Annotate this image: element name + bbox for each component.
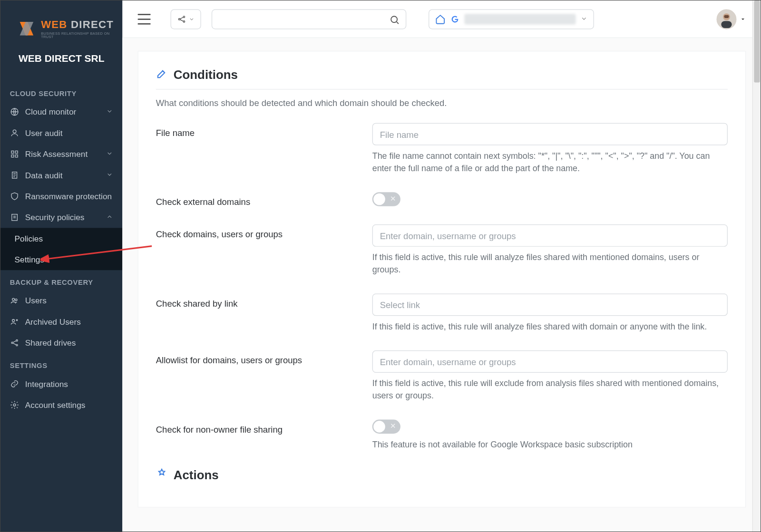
clipboard-icon bbox=[10, 171, 20, 180]
google-icon bbox=[450, 14, 460, 24]
shield-icon bbox=[10, 192, 20, 201]
sidebar-section-settings: SETTINGS bbox=[0, 353, 122, 373]
svg-rect-24 bbox=[724, 15, 729, 18]
context-account-name-redacted bbox=[464, 14, 576, 24]
check-domains-input[interactable] bbox=[372, 224, 728, 247]
brand-wordmark: WEB DIRECT bbox=[41, 19, 117, 31]
check-shared-link-select[interactable] bbox=[372, 294, 728, 316]
check-shared-link-help: If this field is active, this rule will … bbox=[372, 320, 728, 333]
chevron-up-icon bbox=[106, 213, 113, 222]
svg-rect-6 bbox=[11, 155, 14, 157]
non-owner-sharing-label: Check for non-owner file sharing bbox=[156, 420, 358, 435]
user-menu[interactable] bbox=[716, 9, 746, 29]
sidebar-item-integrations[interactable]: Integrations bbox=[0, 373, 122, 394]
sidebar-subitem-settings[interactable]: Settings bbox=[0, 249, 122, 270]
globe-icon bbox=[10, 107, 20, 116]
chevron-down-icon bbox=[106, 107, 113, 116]
content-scroll-area[interactable]: Conditions What conditions should be det… bbox=[122, 38, 761, 532]
sidebar-item-label: User audit bbox=[25, 128, 63, 138]
check-external-domains-toggle[interactable]: ✕ bbox=[372, 192, 400, 206]
svg-point-3 bbox=[13, 130, 16, 133]
svg-rect-4 bbox=[11, 151, 14, 153]
sidebar-subitem-policies[interactable]: Policies bbox=[0, 228, 122, 249]
check-domains-help: If this field is active, this rule will … bbox=[372, 251, 728, 276]
scrollbar-thumb[interactable] bbox=[754, 0, 760, 83]
topbar bbox=[122, 0, 761, 38]
check-shared-link-label: Check shared by link bbox=[156, 294, 358, 309]
chevron-down-icon bbox=[580, 14, 587, 24]
allowlist-help: If this field is active, this rule will … bbox=[372, 377, 728, 402]
allowlist-label: Allowlist for domains, users or groups bbox=[156, 350, 358, 365]
svg-point-19 bbox=[183, 20, 185, 22]
sidebar-subsection-security-policies: Policies Settings bbox=[0, 228, 122, 270]
home-icon bbox=[435, 14, 446, 24]
svg-point-18 bbox=[183, 16, 185, 17]
sidebar-item-data-audit[interactable]: Data audit bbox=[0, 164, 122, 185]
archived-users-icon bbox=[10, 317, 20, 327]
sidebar-item-account-settings[interactable]: Account settings bbox=[0, 395, 122, 416]
allowlist-input[interactable] bbox=[372, 350, 728, 373]
sidebar-item-risk-assessment[interactable]: Risk Assessment bbox=[0, 144, 122, 164]
check-external-domains-label: Check external domains bbox=[156, 192, 358, 207]
main-content: Conditions What conditions should be det… bbox=[122, 0, 761, 532]
svg-point-20 bbox=[391, 16, 397, 22]
svg-point-14 bbox=[16, 339, 18, 341]
grid-icon bbox=[10, 149, 20, 159]
sidebar-item-archived-users[interactable]: Archived Users bbox=[0, 311, 122, 332]
file-name-input[interactable] bbox=[372, 123, 728, 145]
sidebar-section-cloud-security: CLOUD SECURITY bbox=[0, 81, 122, 101]
sidebar-item-ransomware-protection[interactable]: Ransomware protection bbox=[0, 186, 122, 207]
gear-icon bbox=[10, 400, 20, 410]
sidebar-item-label: Security policies bbox=[25, 213, 85, 222]
sidebar-item-user-audit[interactable]: User audit bbox=[0, 122, 122, 143]
users-icon bbox=[10, 296, 20, 305]
sidebar-item-label: Archived Users bbox=[25, 317, 81, 327]
vertical-scrollbar[interactable] bbox=[752, 0, 761, 532]
actions-icon bbox=[156, 468, 168, 483]
svg-rect-23 bbox=[721, 21, 732, 28]
caret-down-icon bbox=[740, 16, 746, 22]
actions-title: Actions bbox=[174, 468, 219, 483]
sidebar-item-cloud-monitor[interactable]: Cloud monitor bbox=[0, 101, 122, 122]
share-icon bbox=[10, 338, 20, 348]
sidebar-item-label: Cloud monitor bbox=[25, 107, 76, 116]
search-box[interactable] bbox=[212, 9, 406, 29]
share-dropdown-button[interactable] bbox=[171, 9, 201, 29]
svg-point-12 bbox=[12, 319, 15, 322]
sidebar-item-label: Account settings bbox=[25, 400, 86, 410]
brand-tagline: BUSINESS RELATIONSHIP BASED ON TRUST bbox=[41, 31, 117, 39]
conditions-title: Conditions bbox=[174, 68, 238, 82]
conditions-card: Conditions What conditions should be det… bbox=[138, 51, 746, 508]
check-domains-label: Check domains, users or groups bbox=[156, 224, 358, 239]
svg-point-16 bbox=[13, 404, 16, 406]
conditions-description: What conditions should be detected and w… bbox=[156, 98, 728, 108]
sidebar-item-shared-drives[interactable]: Shared drives bbox=[0, 332, 122, 353]
brand-block: WEB DIRECT BUSINESS RELATIONSHIP BASED O… bbox=[0, 0, 122, 48]
search-input[interactable] bbox=[212, 10, 406, 28]
file-name-label: File name bbox=[156, 123, 358, 138]
sidebar-item-label: Integrations bbox=[25, 379, 68, 389]
brand-logo-icon bbox=[17, 18, 37, 39]
search-icon bbox=[389, 14, 400, 25]
user-avatar bbox=[716, 9, 736, 29]
svg-point-11 bbox=[15, 299, 17, 301]
context-selector[interactable] bbox=[429, 9, 594, 29]
sidebar-item-security-policies[interactable]: Security policies bbox=[0, 207, 122, 228]
sidebar-item-users[interactable]: Users bbox=[0, 290, 122, 311]
svg-point-10 bbox=[12, 298, 15, 300]
non-owner-sharing-help: This feature is not available for Google… bbox=[372, 438, 728, 451]
sidebar-item-label: Data audit bbox=[25, 171, 63, 180]
svg-point-13 bbox=[11, 342, 13, 343]
hamburger-menu-button[interactable] bbox=[138, 14, 151, 24]
chevron-down-icon bbox=[189, 16, 195, 22]
non-owner-sharing-toggle[interactable]: ✕ bbox=[372, 420, 400, 434]
sidebar: WEB DIRECT BUSINESS RELATIONSHIP BASED O… bbox=[0, 0, 122, 532]
file-name-help: The file name cannot contain next symbol… bbox=[372, 150, 728, 174]
user-icon bbox=[10, 128, 20, 138]
link-icon bbox=[10, 379, 20, 389]
policy-icon bbox=[10, 213, 20, 222]
chevron-down-icon bbox=[106, 149, 113, 159]
sidebar-item-label: Users bbox=[25, 296, 47, 305]
sidebar-item-label: Shared drives bbox=[25, 338, 76, 348]
svg-rect-5 bbox=[15, 151, 18, 153]
